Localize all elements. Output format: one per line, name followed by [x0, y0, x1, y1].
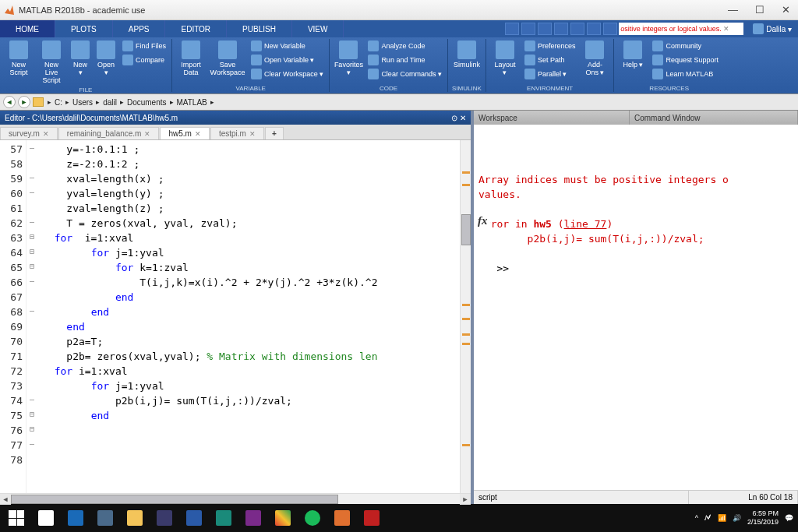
clock[interactable]: 6:59 PM 2/15/2019 [747, 509, 779, 527]
compare-button[interactable]: Compare [120, 53, 168, 67]
taskbar-app-chrome[interactable] [271, 508, 295, 528]
window-title: MATLAB R2018b - academic use [19, 5, 728, 15]
group-label-code: CODE [333, 84, 444, 92]
editor-tab-testpi[interactable]: testpi.m✕ [210, 127, 264, 139]
editor-panel: Editor - C:\Users\dalil\Documents\MATLAB… [0, 111, 474, 504]
ribbon: New Script New Live Script New ▾ Open ▾ … [0, 37, 798, 93]
save-workspace-button[interactable]: Save Workspace [208, 39, 247, 84]
tab-publish[interactable]: PUBLISH [227, 20, 292, 37]
tab-editor[interactable]: EDITOR [165, 20, 227, 37]
avatar-icon [753, 23, 764, 34]
matlab-logo-icon [3, 4, 16, 16]
editor-tab-survey[interactable]: survey.m✕ [0, 127, 58, 139]
status-bar: script Ln 60 Col 18 [474, 490, 798, 504]
parallel-button[interactable]: Parallel ▾ [522, 67, 578, 81]
clear-commands-button[interactable]: Clear Commands ▾ [365, 67, 444, 81]
ribbon-tabs: HOME PLOTS APPS EDITOR PUBLISH VIEW osit… [0, 20, 798, 37]
analyze-code-button[interactable]: Analyze Code [365, 39, 444, 53]
horizontal-scrollbar[interactable]: ◄ ► [0, 493, 471, 504]
breadcrumb[interactable]: ▸C: ▸Users ▸dalil ▸Documents ▸MATLAB ▸ [46, 98, 216, 107]
tab-home[interactable]: HOME [0, 20, 55, 37]
taskbar-app-calc[interactable] [212, 508, 235, 528]
layout-button[interactable]: Layout ▾ [489, 39, 521, 84]
start-button[interactable] [5, 508, 28, 528]
taskbar-app-spotify[interactable] [301, 508, 324, 528]
group-label-file: FILE [3, 86, 168, 93]
vertical-scrollbar[interactable] [460, 140, 471, 493]
taskbar-app-acrobat[interactable] [360, 508, 383, 528]
current-folder-bar: ◄ ► ▸C: ▸Users ▸dalil ▸Documents ▸MATLAB… [0, 93, 798, 111]
addons-button[interactable]: Add-Ons ▾ [579, 39, 610, 84]
fx-prompt-icon: fx [475, 213, 490, 228]
command-window-header[interactable]: Command Window [630, 111, 798, 125]
tray-battery-icon[interactable]: 🗲 [704, 514, 711, 522]
user-menu[interactable]: Dalila ▾ [747, 20, 798, 37]
learn-matlab-button[interactable]: Learn MATLAB [650, 67, 721, 81]
title-bar: MATLAB R2018b - academic use — ☐ ✕ [0, 0, 798, 20]
task-view-button[interactable] [34, 508, 58, 528]
simulink-button[interactable]: Simulink [451, 39, 482, 84]
import-data-button[interactable]: Import Data [175, 39, 207, 84]
open-variable-button[interactable]: Open Variable ▾ [249, 53, 326, 67]
taskbar-app-mail[interactable] [94, 508, 117, 528]
nav-back-button[interactable]: ◄ [3, 96, 16, 108]
command-window[interactable]: fx Array indices must be positive intege… [474, 125, 798, 490]
group-label-environment: ENVIRONMENT [489, 84, 611, 92]
editor-tab-remaining-balance[interactable]: remaining_balance.m✕ [58, 127, 160, 139]
workspace-header[interactable]: Workspace [474, 111, 630, 125]
new-button[interactable]: New ▾ [69, 39, 92, 86]
tab-apps[interactable]: APPS [113, 20, 166, 37]
taskbar-app-explorer[interactable] [123, 508, 147, 528]
new-script-button[interactable]: New Script [3, 39, 34, 86]
new-live-script-button[interactable]: New Live Script [36, 39, 67, 86]
run-and-time-button[interactable]: Run and Time [365, 53, 444, 67]
request-support-button[interactable]: Request Support [650, 53, 721, 67]
tray-volume-icon[interactable]: 🔊 [733, 514, 741, 522]
minimize-button[interactable]: — [728, 4, 738, 16]
editor-tab-hw5[interactable]: hw5.m✕ [160, 127, 209, 139]
editor-tab-add[interactable]: + [265, 127, 284, 139]
code-editor[interactable]: 5758596061626364656667686970717273747576… [0, 140, 471, 493]
taskbar-app-word[interactable] [182, 508, 206, 528]
maximize-button[interactable]: ☐ [755, 4, 764, 16]
help-button[interactable]: Help ▾ [617, 39, 648, 84]
group-label-variable: VARIABLE [175, 84, 326, 92]
find-files-button[interactable]: Find Files [120, 39, 168, 53]
taskbar-app-matlab[interactable] [330, 508, 354, 528]
open-button[interactable]: Open ▾ [94, 39, 118, 86]
new-variable-button[interactable]: New Variable [249, 39, 326, 53]
set-path-button[interactable]: Set Path [522, 53, 578, 67]
nav-forward-button[interactable]: ► [18, 96, 30, 108]
windows-taskbar: ^ 🗲 📶 🔊 6:59 PM 2/15/2019 💬 [0, 504, 798, 532]
taskbar-app-store[interactable] [153, 508, 176, 528]
preferences-button[interactable]: Preferences [522, 39, 578, 53]
status-cursor: Ln 60 Col 18 [689, 491, 798, 504]
community-button[interactable]: Community [650, 39, 721, 53]
tray-wifi-icon[interactable]: 📶 [718, 514, 726, 522]
status-script: script [474, 491, 689, 504]
tab-plots[interactable]: PLOTS [55, 20, 113, 37]
tray-chevron-icon[interactable]: ^ [695, 514, 698, 522]
group-label-resources: RESOURCES [617, 84, 721, 92]
notifications-icon[interactable]: 💬 [785, 514, 793, 522]
editor-titlebar[interactable]: Editor - C:\Users\dalil\Documents\MATLAB… [0, 111, 471, 125]
taskbar-app-onenote[interactable] [242, 508, 265, 528]
quick-access-toolbar[interactable] [505, 23, 617, 35]
tab-view[interactable]: VIEW [292, 20, 344, 37]
group-label-simulink: SIMULINK [451, 84, 482, 92]
editor-tabs: survey.m✕ remaining_balance.m✕ hw5.m✕ te… [0, 125, 471, 140]
close-button[interactable]: ✕ [782, 4, 790, 16]
search-docs-input[interactable]: ositive integers or logical values. ✕ [619, 23, 743, 35]
favorites-button[interactable]: Favorites ▾ [333, 39, 364, 84]
system-tray[interactable]: ^ 🗲 📶 🔊 6:59 PM 2/15/2019 💬 [695, 509, 793, 527]
taskbar-app-edge[interactable] [64, 508, 87, 528]
clear-workspace-button[interactable]: Clear Workspace ▾ [249, 67, 326, 81]
folder-icon[interactable] [33, 97, 44, 107]
